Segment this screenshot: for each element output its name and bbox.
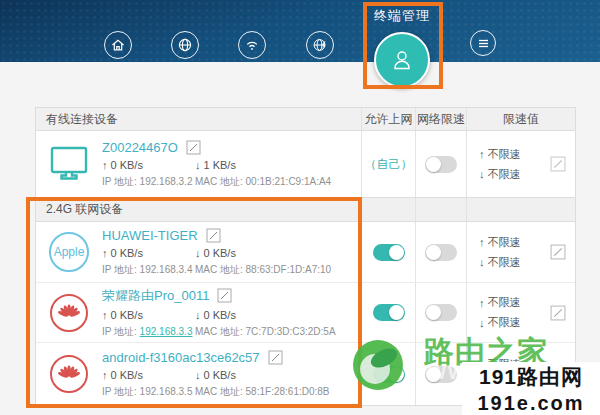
edit-name-icon[interactable] <box>206 228 221 243</box>
wifi-icon[interactable] <box>238 31 266 59</box>
up-arrow-icon: ↑ <box>479 148 485 160</box>
router-admin-page: 终端管理 有线连接设备 允许上网 网络限速 限速值 Z0022446 <box>0 0 600 415</box>
section-title-24g: 2.4G 联网设备 <box>36 198 361 221</box>
terminal-user-icon[interactable] <box>374 32 430 88</box>
monitor-icon <box>50 146 88 182</box>
ip-value: 192.168.3.5 <box>140 386 193 397</box>
limit-down-value: 不限速 <box>488 315 521 330</box>
download-arrow-icon: ↓ <box>195 247 201 259</box>
device-name: Z00224467O <box>102 140 178 155</box>
top-nav-bar: 终端管理 <box>0 0 600 62</box>
edit-name-icon[interactable] <box>217 288 232 303</box>
limit-down-value: 不限速 <box>488 377 521 392</box>
limit-down-value: 不限速 <box>488 255 521 270</box>
ip-link[interactable]: 192.168.3.3 <box>140 326 193 337</box>
self-device-label: （自己） <box>365 156 413 173</box>
table-row: Z00224467O ↑0 KB/s ↓1 KB/s IP 地址: 192.16… <box>36 131 575 197</box>
upload-speed: 0 KB/s <box>111 309 143 321</box>
col-header-allow: 允许上网 <box>361 108 415 130</box>
limit-up-value: 不限速 <box>488 295 521 310</box>
upload-arrow-icon: ↑ <box>102 159 108 171</box>
table-row: Apple HUAWEI-TIGER ↑0 KB/s ↓0 KB/s IP <box>36 222 575 282</box>
internet-icon[interactable] <box>171 31 199 59</box>
ip-label: IP 地址: <box>102 264 137 275</box>
mac-label: MAC 地址: <box>195 176 243 187</box>
menu-icon[interactable] <box>470 30 496 56</box>
active-nav-label: 终端管理 <box>374 7 430 25</box>
ip-label: IP 地址: <box>102 386 137 397</box>
apple-icon: Apple <box>49 232 89 272</box>
device-name: android-f3160ac13ce62c57 <box>102 350 260 365</box>
mac-label: MAC 地址: <box>195 326 243 337</box>
limit-toggle[interactable] <box>425 304 457 321</box>
device-name: HUAWEI-TIGER <box>102 228 198 243</box>
edit-limit-icon[interactable] <box>550 244 566 260</box>
upload-speed: 0 KB/s <box>111 369 143 381</box>
edit-limit-icon[interactable] <box>550 305 566 321</box>
edit-limit-icon[interactable] <box>550 156 566 172</box>
allow-internet-toggle[interactable] <box>373 366 405 383</box>
limit-toggle[interactable] <box>425 244 457 261</box>
edit-name-icon[interactable] <box>186 140 201 155</box>
device-table: 有线连接设备 允许上网 网络限速 限速值 Z00224467O <box>35 107 576 406</box>
down-arrow-icon: ↓ <box>479 168 485 180</box>
table-header-row: 有线连接设备 允许上网 网络限速 限速值 <box>36 108 575 131</box>
mac-value: 7C:7D:3D:C3:2D:5A <box>246 326 336 337</box>
ip-value: 192.168.3.4 <box>140 264 193 275</box>
mac-value: 88:63:DF:1D:A7:10 <box>246 264 332 275</box>
col-header-limit: 网络限速 <box>415 108 466 130</box>
col-header-limit-value: 限速值 <box>466 108 575 130</box>
upload-arrow-icon: ↑ <box>102 247 108 259</box>
limit-up-value: 不限速 <box>488 235 521 250</box>
download-speed: 0 KB/s <box>204 247 236 259</box>
table-row: 荣耀路由Pro_0011 ↑0 KB/s ↓0 KB/s IP 地址: 192.… <box>36 282 575 342</box>
allow-internet-toggle[interactable] <box>373 244 405 261</box>
download-speed: 0 KB/s <box>204 309 236 321</box>
limit-up-value: 不限速 <box>488 357 521 372</box>
mac-label: MAC 地址: <box>195 264 243 275</box>
ip-label: IP 地址: <box>102 326 137 337</box>
huawei-icon <box>50 355 88 393</box>
mac-label: MAC 地址: <box>195 386 243 397</box>
home-icon[interactable] <box>104 31 132 59</box>
limit-toggle[interactable] <box>425 156 457 173</box>
section-title-wired: 有线连接设备 <box>36 108 361 130</box>
network-speed-icon[interactable] <box>306 31 334 59</box>
download-speed: 0 KB/s <box>204 369 236 381</box>
edit-name-icon[interactable] <box>268 350 283 365</box>
limit-toggle[interactable] <box>425 366 457 383</box>
download-arrow-icon: ↓ <box>195 159 201 171</box>
allow-internet-toggle[interactable] <box>373 304 405 321</box>
table-row: android-f3160ac13ce62c57 ↑0 KB/s ↓0 KB/s… <box>36 342 575 405</box>
section-header-24g: 2.4G 联网设备 <box>36 197 575 222</box>
mac-value: 58:1F:28:61:D0:8B <box>246 386 330 397</box>
upload-speed: 0 KB/s <box>111 247 143 259</box>
mac-value: 00:1B:21:C9:1A:A4 <box>246 176 332 187</box>
limit-up-value: 不限速 <box>488 147 521 162</box>
limit-down-value: 不限速 <box>488 167 521 182</box>
upload-speed: 0 KB/s <box>111 159 143 171</box>
ip-value: 192.168.3.2 <box>140 176 193 187</box>
device-name: 荣耀路由Pro_0011 <box>102 287 209 305</box>
download-speed: 1 KB/s <box>204 159 236 171</box>
huawei-icon <box>50 294 88 332</box>
ip-label: IP 地址: <box>102 176 137 187</box>
